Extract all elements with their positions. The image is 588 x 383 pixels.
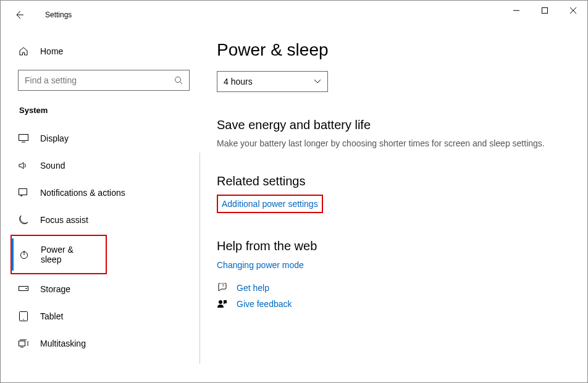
sidebar-item-sound[interactable]: Sound	[1, 152, 200, 179]
changing-power-mode-link[interactable]: Changing power mode	[217, 260, 304, 270]
sidebar-item-label: Storage	[40, 284, 70, 294]
sidebar-item-display[interactable]: Display	[1, 125, 200, 152]
sidebar-item-label: Sound	[40, 161, 65, 170]
sound-icon	[18, 161, 29, 170]
home-nav[interactable]: Home	[1, 41, 200, 61]
tablet-icon	[18, 311, 29, 321]
feedback-icon	[217, 299, 228, 309]
energy-section-desc: Make your battery last longer by choosin…	[217, 138, 570, 148]
sidebar-item-storage[interactable]: Storage	[1, 276, 200, 303]
svg-rect-9	[19, 189, 27, 195]
svg-point-21	[219, 300, 222, 304]
sidebar-item-multitasking[interactable]: Multitasking	[1, 330, 200, 357]
close-button[interactable]	[559, 1, 587, 20]
sidebar-item-notifications[interactable]: Notifications & actions	[1, 179, 200, 206]
svg-point-5	[175, 77, 181, 83]
svg-rect-7	[19, 135, 28, 141]
search-field[interactable]	[25, 75, 174, 85]
sidebar-item-label: Multitasking	[40, 339, 86, 348]
sidebar-item-label: Power & sleep	[41, 245, 93, 264]
search-icon	[174, 76, 183, 85]
home-label: Home	[40, 46, 63, 56]
sidebar-item-tablet[interactable]: Tablet	[1, 303, 200, 330]
sidebar-item-focus-assist[interactable]: Focus assist	[1, 206, 200, 234]
minimize-button[interactable]	[502, 1, 531, 20]
sleep-dropdown[interactable]: 4 hours	[217, 71, 328, 92]
svg-line-6	[180, 82, 183, 85]
help-section-title: Help from the web	[217, 239, 570, 253]
main-content: Power & sleep 4 hours Save energy and ba…	[200, 29, 587, 382]
power-icon	[19, 250, 30, 259]
search-input[interactable]	[18, 70, 190, 91]
additional-power-settings-link[interactable]: Additional power settings	[222, 199, 318, 209]
notifications-icon	[18, 188, 29, 197]
svg-text:?: ?	[222, 284, 224, 288]
sidebar-item-label: Display	[40, 133, 69, 143]
page-title: Power & sleep	[217, 40, 570, 60]
scroll-indicator	[200, 153, 200, 364]
sidebar-item-label: Tablet	[40, 311, 63, 321]
maximize-button[interactable]	[531, 1, 559, 20]
back-button[interactable]	[12, 7, 27, 22]
related-section-title: Related settings	[217, 174, 570, 188]
sidebar-item-power-sleep[interactable]: Power & sleep	[10, 235, 107, 274]
focus-assist-icon	[18, 215, 29, 225]
category-label: System	[1, 99, 200, 125]
svg-point-15	[23, 319, 23, 319]
display-icon	[18, 134, 29, 143]
sidebar: Home System Display Sound Notifications …	[1, 29, 200, 382]
sidebar-item-label: Focus assist	[40, 215, 88, 225]
svg-rect-16	[19, 341, 25, 346]
multitasking-icon	[18, 339, 29, 348]
app-title: Settings	[45, 11, 72, 19]
get-help-link[interactable]: Get help	[237, 283, 269, 293]
svg-rect-2	[542, 8, 548, 14]
get-help-icon: ?	[217, 283, 228, 293]
home-icon	[18, 46, 29, 56]
sidebar-item-label: Notifications & actions	[40, 188, 125, 198]
dropdown-value: 4 hours	[224, 77, 253, 86]
chevron-down-icon	[314, 79, 321, 84]
svg-point-13	[26, 288, 27, 289]
energy-section-title: Save energy and battery life	[217, 118, 570, 132]
give-feedback-link[interactable]: Give feedback	[237, 299, 292, 309]
storage-icon	[18, 286, 29, 292]
